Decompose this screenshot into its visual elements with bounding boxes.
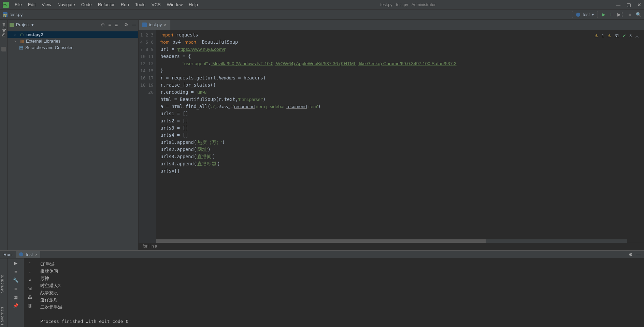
- structure-tool-button[interactable]: Structure: [0, 274, 7, 293]
- search-icon[interactable]: 🔍: [636, 12, 641, 17]
- stop-icon[interactable]: ≡: [12, 269, 20, 274]
- chevron-down-icon: ▾: [31, 22, 34, 27]
- left-bottom-strip: Favorites Structure: [0, 258, 8, 327]
- up-icon[interactable]: ↑: [29, 261, 31, 266]
- menu-tools[interactable]: Tools: [133, 1, 148, 8]
- menu-code[interactable]: Code: [79, 1, 94, 8]
- run-panel-label: Run:: [3, 252, 13, 257]
- window-title: test.py - test.py - Administrator: [200, 2, 616, 7]
- pin-icon[interactable]: 📌: [12, 303, 20, 308]
- svg-point-2: [576, 13, 580, 17]
- run-toolbar-left: ▶ ≡ 🔧 ■ ▦ 📌: [8, 258, 24, 327]
- editor-tabs: test.py ×: [139, 20, 644, 30]
- close-tab-icon[interactable]: ×: [164, 22, 167, 27]
- menu-navigate[interactable]: Navigate: [55, 1, 77, 8]
- warn-count: 1: [602, 33, 604, 39]
- wrench-icon[interactable]: 🔧: [12, 278, 20, 283]
- breadcrumb[interactable]: for i in a: [139, 243, 644, 250]
- tree-item-root[interactable]: › 🗀 test.py2: [8, 31, 138, 38]
- svg-rect-4: [142, 23, 147, 27]
- navigation-bar: py test.py test ▾ ▶ ⌗ ▶┊ ■ 🔍: [0, 10, 644, 20]
- project-sidebar: Project ▾ ⊕ ≡ ≣ ⚙ — › 🗀 test.py2 › ▥ Ext…: [8, 20, 139, 250]
- tree-label: External Libraries: [26, 39, 60, 44]
- ok-count: 3: [629, 33, 632, 39]
- svg-text:py: py: [3, 13, 7, 17]
- horizontal-scrollbar[interactable]: [156, 239, 627, 243]
- rerun-icon[interactable]: ▶: [12, 261, 20, 266]
- code-editor[interactable]: 1 2 3 4 5 6 7 8 9 10 11 12 13 14 15 16 1…: [139, 30, 644, 250]
- editor-area: test.py × 1 2 3 4 5 6 7 8 9 10 11 12 13 …: [139, 20, 644, 250]
- svg-point-5: [19, 252, 23, 256]
- collapse-icon[interactable]: ≣: [114, 22, 118, 27]
- stop-icon[interactable]: ■: [628, 12, 631, 17]
- hide-icon[interactable]: —: [636, 252, 641, 257]
- titlebar: File Edit View Navigate Code Refactor Ru…: [0, 0, 644, 10]
- down-icon[interactable]: ↓: [29, 269, 31, 274]
- menu-run[interactable]: Run: [118, 1, 131, 8]
- python-file-icon: [142, 23, 147, 27]
- tree-item-external-libs[interactable]: › ▥ External Libraries: [8, 38, 138, 44]
- scrollbar-thumb[interactable]: [156, 239, 486, 243]
- svg-rect-3: [10, 23, 14, 27]
- run-config-selector[interactable]: test ▾: [572, 11, 598, 18]
- menu-vcs[interactable]: VCS: [149, 1, 163, 8]
- menu-view[interactable]: View: [39, 1, 54, 8]
- expand-icon[interactable]: ≡: [108, 22, 111, 27]
- hide-icon[interactable]: —: [132, 22, 136, 27]
- editor-tab[interactable]: test.py ×: [139, 20, 170, 30]
- project-view-selector[interactable]: Project ▾: [10, 22, 34, 27]
- scroll-icon[interactable]: ⇲: [28, 286, 32, 291]
- python-icon: [19, 252, 24, 257]
- run-panel-tab-label: test: [26, 252, 33, 257]
- python-icon: [576, 12, 581, 17]
- run-config-name: test: [583, 12, 590, 17]
- inspection-widget[interactable]: ⚠1 ⚠31 ✔3 ︿: [592, 33, 641, 40]
- project-icon: [10, 23, 14, 27]
- tree-label: Scratches and Consoles: [25, 45, 73, 50]
- minimize-icon[interactable]: —: [616, 2, 620, 8]
- bookmark-icon[interactable]: [1, 47, 6, 51]
- tree-item-scratches[interactable]: ▤ Scratches and Consoles: [8, 44, 138, 51]
- code-content[interactable]: import requests from bs4 import Beautifu…: [156, 30, 644, 250]
- layout-icon[interactable]: ▦: [12, 295, 20, 300]
- line-gutter: 1 2 3 4 5 6 7 8 9 10 11 12 13 14 15 16 1…: [139, 30, 156, 250]
- menu-refactor[interactable]: Refactor: [96, 1, 117, 8]
- close-icon[interactable]: ✕: [637, 2, 641, 8]
- project-tree: › 🗀 test.py2 › ▥ External Libraries ▤ Sc…: [8, 30, 138, 52]
- menu-help[interactable]: Help: [186, 1, 200, 8]
- run-button-icon[interactable]: ▶: [602, 12, 605, 17]
- stop-square-icon[interactable]: ■: [12, 286, 20, 291]
- print-icon[interactable]: 🖶: [28, 295, 32, 300]
- project-view-label: Project: [16, 22, 30, 27]
- left-tool-strip: Project: [0, 20, 8, 250]
- scratch-icon: ▤: [19, 45, 23, 50]
- close-icon[interactable]: ×: [35, 252, 38, 257]
- menu-edit[interactable]: Edit: [26, 1, 38, 8]
- chevron-right-icon: ›: [14, 39, 18, 44]
- chevron-up-icon[interactable]: ︿: [635, 33, 639, 39]
- soft-wrap-icon[interactable]: ⤶: [28, 278, 32, 283]
- maximize-icon[interactable]: ▢: [627, 2, 631, 8]
- project-tool-button[interactable]: Project: [2, 23, 6, 36]
- menu-file[interactable]: File: [12, 1, 24, 8]
- run-more-icon[interactable]: ▶┊: [617, 12, 624, 17]
- chevron-right-icon: ›: [14, 32, 18, 37]
- locate-icon[interactable]: ⊕: [101, 22, 105, 27]
- tree-label: test.py2: [26, 32, 43, 37]
- dropdown-icon: ▾: [592, 12, 594, 17]
- folder-icon: 🗀: [20, 32, 24, 37]
- main-menu: File Edit View Navigate Code Refactor Ru…: [12, 1, 200, 8]
- run-tool-window: Run: test × ⚙ — Favorites Structure ▶ ≡ …: [0, 250, 644, 327]
- favorites-tool-button[interactable]: Favorites: [0, 307, 7, 325]
- run-toolbar-right: ↑ ↓ ⤶ ⇲ 🖶 🗑: [24, 258, 36, 327]
- debug-button-icon[interactable]: ⌗: [610, 12, 613, 17]
- run-panel-tab[interactable]: test ×: [16, 251, 40, 258]
- menu-window[interactable]: Window: [164, 1, 185, 8]
- trash-icon[interactable]: 🗑: [28, 303, 32, 308]
- weak-count: 31: [615, 33, 619, 39]
- console-output[interactable]: CF手游 棋牌休闲 原神 时空猎人3 战争怒吼 蛋仔派对 二次元手游 Proce…: [36, 258, 644, 327]
- gear-icon[interactable]: ⚙: [124, 22, 128, 27]
- python-file-icon: py: [3, 12, 8, 17]
- nav-file-label[interactable]: test.py: [10, 12, 23, 17]
- gear-icon[interactable]: ⚙: [629, 252, 633, 257]
